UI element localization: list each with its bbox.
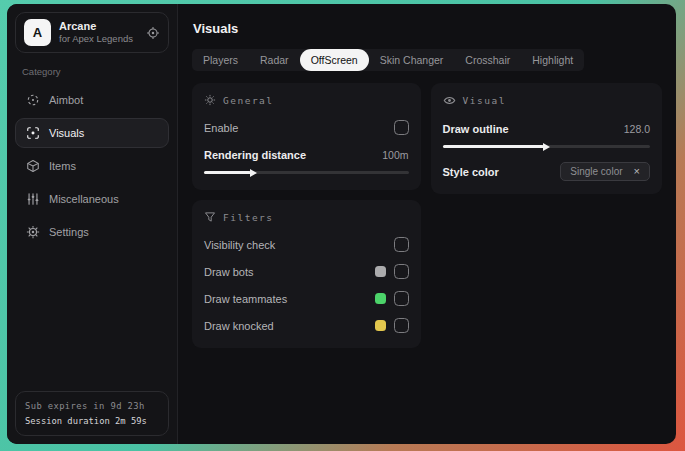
visibility-check-checkbox[interactable] [394,237,409,252]
draw-knocked-row: Draw knocked [204,316,409,335]
tab-highlight[interactable]: Highlight [521,49,584,71]
sidebar-item-settings[interactable]: Settings [15,217,169,247]
sidebar-item-label: Items [49,160,76,172]
package-icon [25,159,40,173]
scan-icon [25,126,40,140]
sidebar-item-miscellaneous[interactable]: Miscellaneous [15,184,169,214]
filters-panel-header: Filters [204,211,409,223]
draw-knocked-label: Draw knocked [204,320,274,332]
tab-players[interactable]: Players [192,49,249,71]
filters-panel-title: Filters [223,212,274,223]
style-color-label: Style color [443,166,499,178]
rendering-distance-label: Rendering distance [204,149,306,161]
app-title: Arcane [59,20,138,34]
sidebar-item-items[interactable]: Items [15,151,169,181]
sidebar: A Arcane for Apex Legends Category [7,4,178,444]
close-icon[interactable]: × [634,166,640,177]
draw-outline-slider[interactable] [443,142,650,151]
tab-bar: Players Radar OffScreen Skin Changer Cro… [192,49,584,71]
enable-row: Enable [204,118,409,137]
sidebar-item-label: Aimbot [49,94,83,106]
crosshair-icon [25,93,40,107]
draw-outline-label: Draw outline [443,123,509,135]
subscription-info-card: Sub expires in 9d 23h Session duration 2… [15,391,169,436]
page-title: Visuals [193,21,662,36]
draw-outline-row: Draw outline 128.0 [443,119,650,138]
app-logo: A [24,19,51,46]
brand-card: A Arcane for Apex Legends [15,12,169,53]
tab-offscreen[interactable]: OffScreen [300,49,369,71]
tab-crosshair[interactable]: Crosshair [454,49,521,71]
sub-expires-text: Sub expires in 9d 23h [25,399,159,414]
style-color-select[interactable]: Single color × [560,162,650,181]
header-gear-icon[interactable] [146,26,160,40]
tab-radar[interactable]: Radar [249,49,300,71]
draw-knocked-checkbox[interactable] [394,318,409,333]
visibility-check-label: Visibility check [204,239,275,251]
sidebar-item-aimbot[interactable]: Aimbot [15,85,169,115]
style-color-row: Style color Single color × [443,162,650,181]
panels-area: General Enable Rendering distance 100m [192,83,662,348]
style-color-selected-value: Single color [570,166,622,177]
tab-skin-changer[interactable]: Skin Changer [369,49,455,71]
visual-panel-header: Visual [443,94,650,107]
rendering-distance-value: 100m [382,149,408,161]
main-content: Visuals Players Radar OffScreen Skin Cha… [178,4,676,444]
rendering-distance-slider[interactable] [204,168,409,177]
brand-text: Arcane for Apex Legends [59,20,138,46]
sliders-icon [25,192,40,206]
general-panel: General Enable Rendering distance 100m [192,83,421,190]
sidebar-item-label: Miscellaneous [49,193,119,205]
sidebar-item-visuals[interactable]: Visuals [15,118,169,148]
draw-outline-value: 128.0 [624,123,650,135]
draw-teammates-color-swatch[interactable] [375,293,386,304]
rendering-distance-row: Rendering distance 100m [204,145,409,164]
slider-fill-thumb[interactable] [443,145,545,148]
app-subtitle: for Apex Legends [59,33,138,45]
enable-checkbox[interactable] [394,120,409,135]
draw-bots-checkbox[interactable] [394,264,409,279]
app-window: A Arcane for Apex Legends Category [7,4,676,444]
funnel-icon [204,211,216,223]
eye-icon [443,94,456,107]
sun-icon [204,94,216,106]
enable-label: Enable [204,122,238,134]
visibility-check-row: Visibility check [204,235,409,254]
general-panel-header: General [204,94,409,106]
draw-bots-row: Draw bots [204,262,409,281]
draw-knocked-color-swatch[interactable] [375,320,386,331]
general-panel-title: General [223,95,274,106]
left-column: General Enable Rendering distance 100m [192,83,421,348]
draw-bots-label: Draw bots [204,266,254,278]
session-duration-text: Session duration 2m 59s [25,414,159,429]
visual-panel: Visual Draw outline 128.0 Style color [431,83,662,194]
right-column: Visual Draw outline 128.0 Style color [431,83,662,194]
draw-teammates-row: Draw teammates [204,289,409,308]
category-label: Category [22,66,162,77]
visual-panel-title: Visual [463,95,506,106]
slider-fill-thumb[interactable] [204,171,251,174]
draw-teammates-label: Draw teammates [204,293,287,305]
sidebar-item-label: Visuals [49,127,84,139]
gear-icon [25,225,40,239]
desktop-background: A Arcane for Apex Legends Category [0,0,685,451]
sidebar-item-label: Settings [49,226,89,238]
draw-teammates-checkbox[interactable] [394,291,409,306]
filters-panel: Filters Visibility check Draw bots [192,200,421,348]
draw-bots-color-swatch[interactable] [375,266,386,277]
